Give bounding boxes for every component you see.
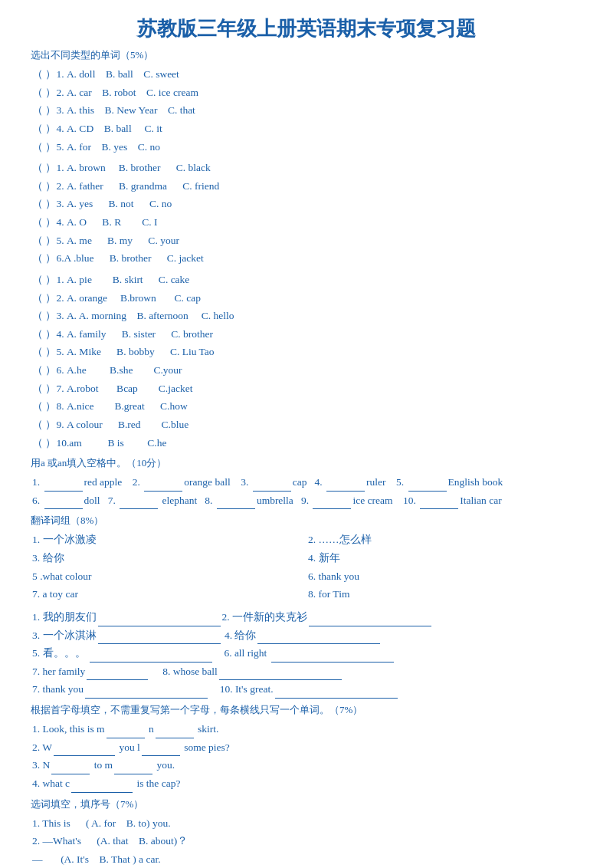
q2-group2: （ ）2. A. father B. grandma C. friend xyxy=(31,177,582,196)
trans-7: 7. a toy car xyxy=(31,585,306,603)
q6-group2: （ ）6.A .blue B. brother C. jacket xyxy=(31,249,582,268)
fill-article-row1: 1. red apple 2. orange ball 3. cap 4. ru… xyxy=(31,473,582,492)
sent-3: 5. 看。。。 6. all right xyxy=(31,644,582,663)
init-4: 4. what c is the cap? xyxy=(31,774,582,793)
trans-8: 8. for Tim xyxy=(306,585,582,603)
section-fill-article: 用a 或an填入空格中。（10分） 1. red apple 2. orange… xyxy=(31,456,582,509)
q10-group3: （ ）10.am B is C.he xyxy=(31,434,582,452)
wf-2: 2. —What's (A. that B. about)？ xyxy=(31,832,582,850)
section-instruction-1: 选出不同类型的单词（5%） xyxy=(31,48,582,62)
section-initial-fill: 根据首字母填空，不需重复写第一个字母，每条横线只写一个单词。（7%） 1. Lo… xyxy=(31,703,582,793)
q2-group3: （ ）2. A. orange B.brown C. cap xyxy=(31,289,582,307)
trans-4: 4. 新年 xyxy=(306,549,582,567)
q5-group3: （ ）5. A. Mike B. bobby C. Liu Tao xyxy=(31,343,582,361)
init-3: 3. N to m you. xyxy=(31,756,582,774)
word-fill-instruction: 选词填空，填序号（7%） xyxy=(31,797,582,811)
sent-2: 3. 一个冰淇淋 4. 给你 xyxy=(31,626,582,645)
trans-6: 6. thank you xyxy=(306,567,582,586)
q5-group2: （ ）5. A. me B. my C. your xyxy=(31,232,582,250)
q4-group2: （ ）4. A. O B. R C. I xyxy=(31,213,582,232)
q3-group3: （ ）3. A. A. morning B. afternoon C. hell… xyxy=(31,307,582,325)
initial-fill-instruction: 根据首字母填空，不需重复写第一个字母，每条横线只写一个单词。（7%） xyxy=(31,703,582,717)
wf-2b: — (A. It's B. That ) a car. xyxy=(31,850,582,868)
q1-group2: （ ）1. A. brown B. brother C. black xyxy=(31,159,582,177)
fill-article-row2: 6. doll 7. elephant 8. umbrella 9. ice c… xyxy=(31,492,582,510)
q4-group1: （ ）4. A. CD B. ball C. it xyxy=(31,120,582,138)
section-sentence-fill: 1. 我的朋友们2. 一件新的夹克衫 3. 一个冰淇淋 4. 给你 5. 看。。… xyxy=(31,608,582,699)
fill-article-instruction: 用a 或an填入空格中。（10分） xyxy=(31,456,582,470)
trans-1: 1. 一个冰激凌 xyxy=(31,531,306,549)
q7-group3: （ ）7. A.robot Bcap C.jacket xyxy=(31,380,582,398)
section-word-fill: 选词填空，填序号（7%） 1. This is ( A. for B. to) … xyxy=(31,797,582,869)
trans-2: 2. ……怎么样 xyxy=(306,531,582,549)
sent-1: 1. 我的朋友们2. 一件新的夹克衫 xyxy=(31,608,582,626)
wf-1: 1. This is ( A. for B. to) you. xyxy=(31,814,582,833)
q1-group1: （ ）1. A. doll B. ball C. sweet xyxy=(31,65,582,84)
q4-group3: （ ）4. A. family B. sister C. brother xyxy=(31,325,582,344)
section-translation: 翻译词组（8%） 1. 一个冰激凌 2. ……怎么样 3. 给你 4. 新年 5… xyxy=(31,514,582,603)
init-2: 2. W you l some pies? xyxy=(31,738,582,757)
q5-group1: （ ）5. A. for B. yes C. no xyxy=(31,138,582,156)
q3-group2: （ ）3. A. yes B. not C. no xyxy=(31,195,582,213)
q1-group3: （ ）1. A. pie B. skirt C. cake xyxy=(31,271,582,289)
q8-group3: （ ）8. A.nice B.great C.how xyxy=(31,397,582,416)
trans-3: 3. 给你 xyxy=(31,549,306,567)
q3-group1: （ ）3. A. this B. New Year C. that xyxy=(31,101,582,120)
trans-5: 5 .what colour xyxy=(31,567,306,586)
q9-group3: （ ）9. A colour B.red C.blue xyxy=(31,416,582,434)
translation-instruction: 翻译词组（8%） xyxy=(31,514,582,528)
section-odd-one-out: 选出不同类型的单词（5%） （ ）1. A. doll B. ball C. s… xyxy=(31,48,582,452)
init-1: 1. Look, this is m n skirt. xyxy=(31,720,582,738)
sent-4: 7. her family 8. whose ball xyxy=(31,663,582,681)
q2-group1: （ ）2. A. car B. robot C. ice cream xyxy=(31,84,582,102)
q6-group3: （ ）6. A.he B.she C.your xyxy=(31,361,582,380)
page-title: 苏教版三年级上册英语期末专项复习题 xyxy=(31,15,582,42)
sent-5: 7. thank you 10. It's great. xyxy=(31,680,582,699)
